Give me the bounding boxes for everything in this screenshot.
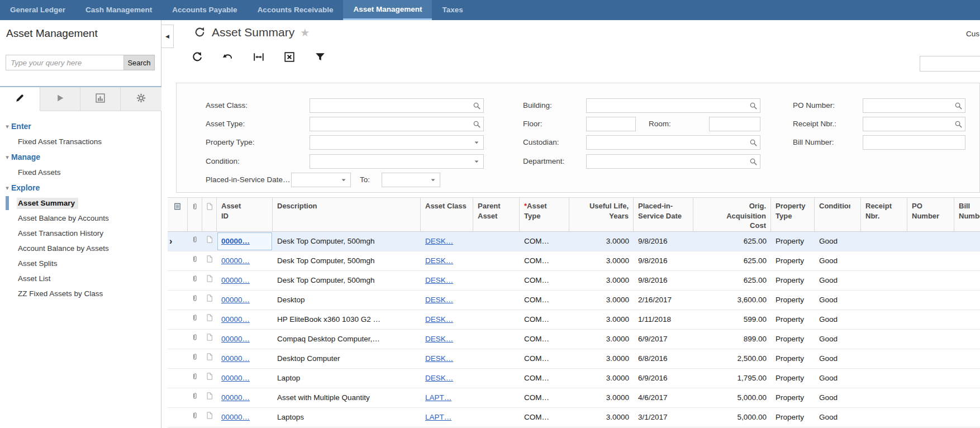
paperclip-icon[interactable]	[191, 330, 199, 349]
asset-class-link[interactable]: DESK…	[425, 315, 453, 324]
asset-id-link[interactable]: 00000…	[221, 393, 250, 402]
col-header-condition[interactable]: Condition	[815, 198, 861, 231]
table-row[interactable]: 00000…Desk Top Computer, 500mghDESK…COM……	[168, 271, 980, 291]
filter-property-type-input[interactable]	[310, 136, 470, 149]
col-header-po-number[interactable]: PO Number	[907, 198, 954, 231]
asset-id-link[interactable]: 00000…	[221, 354, 250, 363]
filter-building-input[interactable]	[587, 99, 746, 112]
note-icon[interactable]	[206, 291, 213, 310]
col-header-receipt-nbr[interactable]: Receipt Nbr.	[861, 198, 907, 231]
paperclip-icon[interactable]	[191, 349, 199, 368]
filter-asset-type-input[interactable]	[310, 118, 470, 130]
asset-class-link[interactable]: DESK…	[425, 354, 453, 363]
table-row[interactable]: ›00000…Desk Top Computer, 500mghDESK…COM…	[168, 232, 980, 251]
asset-id-link[interactable]: 00000…	[221, 335, 250, 343]
asset-id-link[interactable]: 00000…	[221, 237, 250, 245]
table-row[interactable]: 00000…Desktop ComputerDESK…COM…3.00006/8…	[168, 349, 980, 369]
nav-tab-cash-management[interactable]: Cash Management	[75, 0, 162, 20]
note-icon[interactable]	[206, 330, 213, 349]
paperclip-icon[interactable]	[191, 291, 199, 310]
filter-room-input[interactable]	[710, 118, 760, 130]
paperclip-icon[interactable]	[191, 388, 199, 407]
table-row[interactable]: 00000…Compaq Desktop Computer,…DESK…COM……	[168, 330, 980, 349]
customization-menu[interactable]: Cus	[966, 30, 979, 38]
filter-condition-input[interactable]	[310, 155, 470, 168]
sidebar-item-fixed-assets[interactable]: Fixed Assets	[0, 165, 161, 180]
grid-settings-icon[interactable]	[173, 202, 182, 213]
col-header-bill-number[interactable]: Bill Number	[954, 198, 980, 231]
toolbar-search-input[interactable]	[920, 56, 980, 72]
table-row[interactable]: 00000…Desk Top Computer, 500mghDESK…COM……	[168, 251, 980, 271]
search-icon[interactable]	[952, 117, 965, 131]
col-header-parent-asset[interactable]: Parent Asset	[473, 198, 520, 231]
fit-width-button[interactable]	[252, 50, 265, 65]
filter-bill-number-input[interactable]	[863, 136, 965, 149]
sidebar-item-asset-balance-by-accounts[interactable]: Asset Balance by Accounts	[0, 211, 161, 226]
filter-button[interactable]	[313, 50, 326, 65]
nav-tab-taxes[interactable]: Taxes	[432, 0, 473, 20]
sidebar-item-asset-summary[interactable]: Asset Summary	[0, 196, 161, 211]
col-header-useful-life[interactable]: Useful Life, Years	[569, 198, 634, 231]
asset-id-link[interactable]: 00000…	[221, 413, 250, 421]
asset-class-link[interactable]: LAPT…	[425, 393, 451, 402]
sidebar-item-fixed-asset-transactions[interactable]: Fixed Asset Transactions	[0, 134, 161, 149]
asset-id-link[interactable]: 00000…	[221, 374, 250, 382]
table-row[interactable]: 00000…DesktopDESK…COM…3.00002/16/20173,6…	[168, 291, 980, 310]
col-header-asset-class[interactable]: Asset Class	[421, 198, 473, 231]
caret-down-icon[interactable]	[426, 173, 440, 187]
tree-section-enter[interactable]: ▾Enter	[0, 118, 161, 134]
asset-class-link[interactable]: DESK…	[425, 256, 453, 265]
asset-class-link[interactable]: DESK…	[425, 296, 453, 304]
table-row[interactable]: 00000…HP EliteBook x360 1030 G2 …DESK…CO…	[168, 310, 980, 330]
paperclip-icon[interactable]	[191, 408, 199, 427]
col-header-orig-cost[interactable]: Orig. Acquisition Cost	[693, 198, 771, 231]
paperclip-icon[interactable]	[191, 369, 199, 388]
paperclip-icon[interactable]	[191, 232, 199, 251]
sidebar-collapse-button[interactable]: ◀	[161, 25, 174, 48]
asset-class-link[interactable]: DESK…	[425, 335, 453, 343]
search-icon[interactable]	[470, 117, 483, 131]
sidebar-item-asset-splits[interactable]: Asset Splits	[0, 256, 161, 271]
search-icon[interactable]	[746, 99, 760, 112]
filter-po-number-input[interactable]	[863, 99, 952, 112]
sidebar-item-asset-list[interactable]: Asset List	[0, 271, 161, 286]
export-excel-button[interactable]	[283, 50, 296, 65]
tree-section-manage[interactable]: ▾Manage	[0, 149, 161, 165]
note-icon[interactable]	[206, 408, 213, 427]
filter-floor-input[interactable]	[587, 118, 635, 130]
caret-down-icon[interactable]	[470, 136, 483, 149]
note-icon[interactable]	[206, 369, 213, 388]
col-header-files[interactable]	[188, 198, 202, 231]
search-icon[interactable]	[470, 99, 483, 112]
paperclip-icon[interactable]	[191, 310, 199, 329]
col-header-notes[interactable]	[202, 198, 217, 231]
asset-id-link[interactable]: 00000…	[221, 315, 250, 324]
sidebar-search-button[interactable]: Search	[124, 55, 155, 70]
asset-id-link[interactable]: 00000…	[221, 276, 250, 284]
nav-tab-general-ledger[interactable]: General Ledger	[0, 0, 75, 20]
sidebar-tab-gear[interactable]	[121, 87, 161, 111]
paperclip-icon[interactable]	[191, 251, 199, 270]
asset-class-link[interactable]: DESK…	[425, 276, 453, 284]
asset-id-link[interactable]: 00000…	[221, 256, 250, 265]
sidebar-item-account-balance-by-assets[interactable]: Account Balance by Assets	[0, 241, 161, 256]
sidebar-tab-bar-chart[interactable]	[80, 87, 121, 111]
note-icon[interactable]	[206, 388, 213, 407]
sidebar-search-input[interactable]	[6, 55, 124, 70]
nav-tab-accounts-receivable[interactable]: Accounts Receivable	[248, 0, 344, 20]
filter-asset-class-input[interactable]	[310, 99, 470, 112]
paperclip-icon[interactable]	[191, 271, 199, 290]
col-header-placed-date[interactable]: Placed-in-Service Date	[634, 198, 693, 231]
nav-tab-accounts-payable[interactable]: Accounts Payable	[162, 0, 247, 20]
filter-to-input[interactable]	[382, 174, 426, 186]
note-icon[interactable]	[206, 310, 213, 329]
note-icon[interactable]	[206, 349, 213, 368]
note-icon[interactable]	[206, 232, 213, 251]
filter-custodian-input[interactable]	[587, 136, 746, 149]
tree-section-explore[interactable]: ▾Explore	[0, 180, 161, 196]
sidebar-tab-pencil[interactable]	[0, 87, 40, 111]
search-icon[interactable]	[746, 155, 760, 168]
table-row[interactable]: 00000…LaptopsLAPT…COM…3.00003/1/20175,00…	[168, 408, 980, 427]
table-row[interactable]: 00000…LaptopDESK…COM…3.00006/9/20161,795…	[168, 369, 980, 388]
caret-down-icon[interactable]	[470, 155, 483, 168]
